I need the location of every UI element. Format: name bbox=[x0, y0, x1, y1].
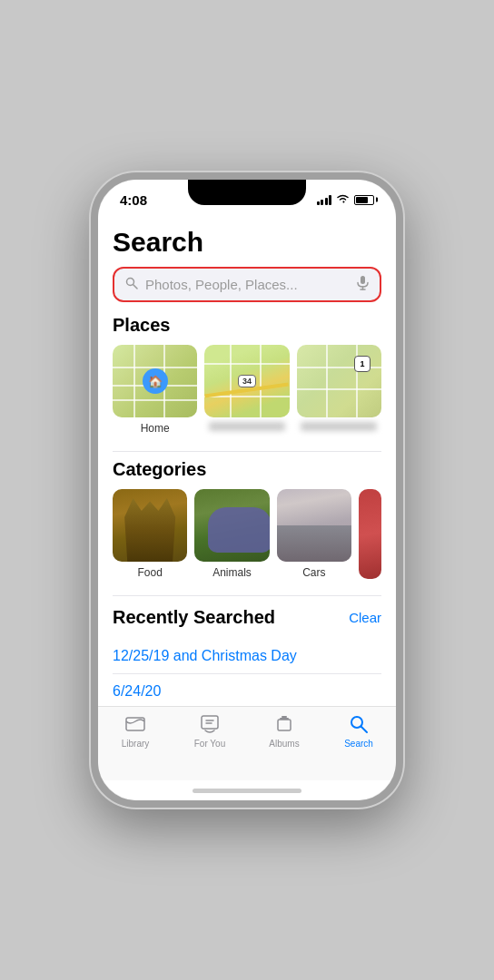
place-map-2: 34 bbox=[204, 345, 289, 417]
tab-bar: Library For You bbox=[98, 706, 396, 780]
page-title: Search bbox=[98, 220, 396, 267]
tab-search[interactable]: Search bbox=[321, 712, 396, 749]
road-badge-34: 34 bbox=[238, 375, 256, 387]
tab-for-you-label: For You bbox=[194, 739, 225, 749]
places-section: Places 🏠 Home bbox=[98, 315, 396, 444]
tab-albums-icon bbox=[272, 712, 296, 736]
place-map-home: 🏠 bbox=[113, 345, 197, 417]
recently-searched-header: Recently Searched Clear bbox=[113, 607, 381, 628]
category-item-animals[interactable]: Animals bbox=[194, 489, 269, 579]
places-grid: 🏠 Home 34 bbox=[113, 345, 381, 435]
search-bar[interactable]: Photos, People, Places... bbox=[113, 267, 381, 302]
recently-searched-section: Recently Searched Clear 12/25/19 and Chr… bbox=[98, 603, 396, 706]
phone-screen: 4:08 bbox=[98, 180, 396, 800]
svg-rect-8 bbox=[280, 718, 289, 720]
home-pin: 🏠 bbox=[143, 368, 168, 394]
tab-for-you[interactable]: For You bbox=[173, 712, 247, 749]
status-time: 4:08 bbox=[120, 192, 147, 208]
search-placeholder-text: Photos, People, Places... bbox=[145, 277, 350, 292]
place-item-home[interactable]: 🏠 Home bbox=[113, 345, 197, 435]
tab-albums-label: Albums bbox=[269, 739, 299, 749]
recently-searched-title: Recently Searched bbox=[113, 607, 275, 628]
svg-line-11 bbox=[361, 727, 368, 733]
notch bbox=[188, 180, 306, 205]
place-label-3 bbox=[301, 422, 377, 431]
places-section-title: Places bbox=[113, 315, 381, 336]
svg-rect-7 bbox=[278, 720, 291, 730]
home-bar bbox=[193, 789, 301, 793]
tab-search-label: Search bbox=[344, 739, 373, 749]
place-item-2[interactable]: 34 bbox=[204, 345, 289, 435]
category-img-animals bbox=[194, 489, 269, 562]
home-indicator bbox=[98, 780, 396, 800]
mic-icon bbox=[357, 276, 369, 293]
place-label-home: Home bbox=[141, 422, 170, 435]
content-area: Search Photos, People, Places... bbox=[98, 220, 396, 706]
search-bar-container: Photos, People, Places... bbox=[98, 267, 396, 315]
category-item-cars[interactable]: Cars bbox=[277, 489, 351, 579]
tab-albums[interactable]: Albums bbox=[247, 712, 321, 749]
category-label-cars: Cars bbox=[302, 566, 325, 579]
road-badge-1: 1 bbox=[354, 356, 370, 372]
search-icon bbox=[125, 277, 138, 292]
place-map-3: 1 bbox=[297, 345, 381, 417]
category-img-food bbox=[113, 489, 187, 562]
recent-search-text-1: 12/25/19 and Christmas Day bbox=[113, 648, 297, 663]
tab-library[interactable]: Library bbox=[98, 712, 173, 749]
status-icons bbox=[317, 193, 375, 207]
categories-section-title: Categories bbox=[113, 459, 381, 480]
phone-frame: 4:08 bbox=[91, 172, 403, 808]
recent-search-text-2: 6/24/20 bbox=[113, 683, 161, 699]
category-item-food[interactable]: Food bbox=[113, 489, 187, 579]
category-label-food: Food bbox=[137, 566, 162, 579]
svg-line-1 bbox=[133, 285, 138, 289]
signal-icon bbox=[317, 194, 332, 205]
category-item-extra bbox=[359, 489, 381, 579]
battery-icon bbox=[354, 195, 374, 205]
divider-1 bbox=[113, 451, 381, 452]
divider-2 bbox=[113, 595, 381, 596]
tab-library-icon bbox=[124, 712, 147, 736]
tab-search-icon bbox=[347, 712, 370, 736]
tab-library-label: Library bbox=[122, 739, 150, 749]
svg-rect-6 bbox=[202, 716, 218, 729]
place-label-2 bbox=[209, 422, 285, 431]
place-item-3[interactable]: 1 bbox=[297, 345, 381, 435]
svg-rect-9 bbox=[282, 716, 287, 718]
wifi-icon bbox=[336, 193, 350, 207]
category-label-animals: Animals bbox=[212, 566, 252, 579]
recent-search-item-1[interactable]: 12/25/19 and Christmas Day bbox=[113, 639, 381, 674]
status-bar: 4:08 bbox=[98, 180, 396, 220]
svg-rect-2 bbox=[361, 276, 365, 284]
clear-button[interactable]: Clear bbox=[349, 610, 381, 625]
categories-section: Categories Food Animals Cars bbox=[98, 459, 396, 588]
categories-grid: Food Animals Cars bbox=[113, 489, 381, 579]
recent-search-item-2[interactable]: 6/24/20 bbox=[113, 674, 381, 706]
category-img-cars bbox=[277, 489, 351, 562]
battery-fill bbox=[356, 197, 368, 203]
tab-for-you-icon bbox=[198, 712, 222, 736]
